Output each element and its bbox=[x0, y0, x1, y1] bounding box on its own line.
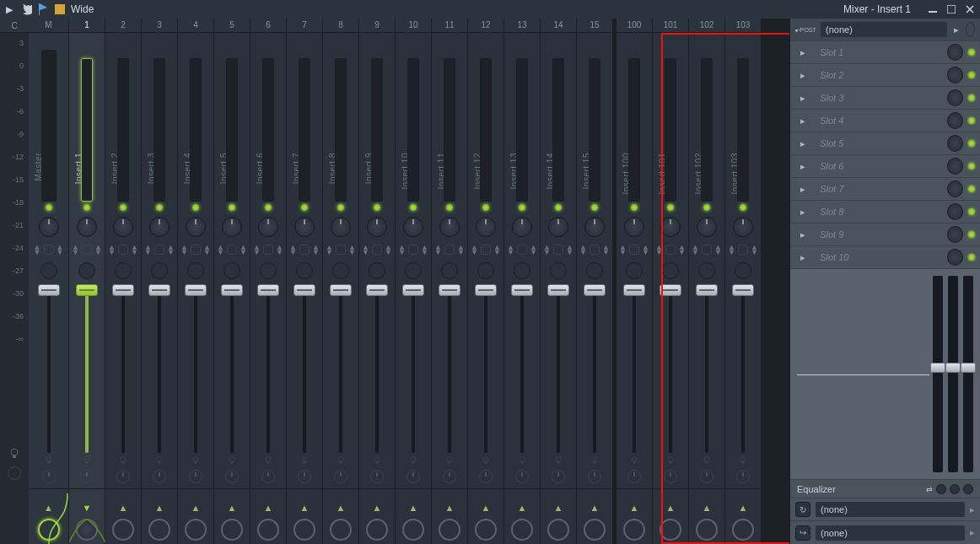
output-b-field[interactable] bbox=[816, 525, 965, 541]
slot-mix-knob[interactable] bbox=[947, 180, 963, 197]
mute-led[interactable] bbox=[653, 202, 688, 213]
clock-icon[interactable] bbox=[407, 470, 420, 483]
slot-picker-icon[interactable]: ▸ bbox=[795, 159, 810, 174]
volume-fader[interactable] bbox=[250, 281, 286, 453]
master-track[interactable]: MMaster▲▼▲▼▲ bbox=[29, 19, 69, 544]
mute-led[interactable] bbox=[359, 202, 395, 213]
clock-icon[interactable] bbox=[627, 470, 641, 483]
stereo-sep[interactable]: ▲▼▲▼ bbox=[359, 240, 395, 259]
track-number[interactable]: 10 bbox=[396, 19, 431, 33]
fx-enable[interactable] bbox=[69, 260, 105, 281]
stereo-sep[interactable]: ▲▼▲▼ bbox=[214, 240, 250, 259]
slot-mix-knob[interactable] bbox=[947, 203, 963, 220]
mute-led[interactable] bbox=[689, 202, 724, 213]
insert-track[interactable]: 9Insert 9▲▼▲▼▲ bbox=[359, 19, 396, 544]
fx-slot-field[interactable] bbox=[815, 181, 942, 197]
fx-slot-field[interactable] bbox=[815, 136, 942, 151]
bulb-icon[interactable] bbox=[554, 456, 563, 465]
mute-led[interactable] bbox=[142, 202, 177, 213]
volume-fader[interactable] bbox=[396, 281, 431, 453]
clock-icon[interactable] bbox=[664, 470, 677, 483]
mute-led[interactable] bbox=[577, 202, 612, 213]
eq-band-low[interactable] bbox=[933, 276, 943, 472]
send-knob[interactable] bbox=[112, 519, 134, 541]
clock-icon[interactable] bbox=[80, 470, 94, 483]
pan-knob[interactable] bbox=[359, 213, 395, 240]
send-caret-icon[interactable]: ▲ bbox=[554, 503, 563, 513]
insert-track[interactable]: 8Insert 8▲▼▲▼▲ bbox=[323, 19, 359, 544]
mute-led[interactable] bbox=[396, 202, 431, 213]
pan-knob[interactable] bbox=[689, 213, 724, 240]
fx-enable[interactable] bbox=[178, 260, 213, 281]
mute-led[interactable] bbox=[323, 202, 358, 213]
fx-slot-field[interactable] bbox=[815, 227, 942, 242]
eq-knob-low[interactable] bbox=[936, 484, 946, 494]
volume-fader[interactable] bbox=[541, 281, 576, 453]
clock-icon[interactable] bbox=[116, 470, 130, 483]
bulb-icon[interactable] bbox=[482, 456, 490, 465]
insert-track[interactable]: 102Insert 102▲▼▲▼▲ bbox=[689, 19, 725, 544]
clock-icon[interactable] bbox=[298, 470, 311, 483]
slot-mix-knob[interactable] bbox=[947, 112, 963, 129]
clock-icon[interactable] bbox=[225, 470, 239, 483]
clock-icon[interactable] bbox=[189, 470, 202, 483]
track-number[interactable]: 6 bbox=[250, 19, 286, 33]
clock-icon[interactable] bbox=[370, 470, 384, 483]
stereo-sep[interactable]: ▲▼▲▼ bbox=[504, 240, 540, 259]
fx-enable[interactable] bbox=[287, 260, 322, 281]
stereo-sep[interactable]: ▲▼▲▼ bbox=[69, 240, 105, 259]
volume-fader[interactable] bbox=[689, 281, 724, 453]
send-caret-icon[interactable]: ▲ bbox=[228, 503, 237, 513]
stereo-sep[interactable]: ▲▼▲▼ bbox=[689, 240, 724, 259]
output-a-icon[interactable]: ↻ bbox=[795, 502, 810, 517]
slot-picker-icon[interactable]: ▸ bbox=[795, 67, 810, 83]
track-number[interactable]: 2 bbox=[105, 19, 141, 33]
stereo-sep[interactable]: ▲▼▲▼ bbox=[577, 240, 612, 259]
track-number[interactable]: 7 bbox=[287, 19, 322, 33]
send-knob[interactable] bbox=[475, 519, 497, 541]
bulb-icon[interactable] bbox=[9, 448, 19, 460]
track-number[interactable]: 103 bbox=[725, 19, 761, 33]
maximize-button[interactable] bbox=[945, 3, 958, 16]
volume-fader[interactable] bbox=[504, 281, 540, 453]
clock-icon[interactable] bbox=[42, 470, 56, 483]
mute-led[interactable] bbox=[69, 202, 105, 213]
send-knob[interactable] bbox=[402, 519, 424, 541]
slot-enable-led[interactable] bbox=[968, 254, 975, 261]
pan-knob[interactable] bbox=[725, 213, 761, 240]
bulb-icon[interactable] bbox=[703, 456, 711, 465]
mute-led[interactable] bbox=[432, 202, 467, 213]
slot-picker-icon[interactable]: ▸ bbox=[795, 113, 810, 128]
play-icon[interactable]: ▶ bbox=[3, 3, 15, 15]
send-knob[interactable] bbox=[257, 519, 279, 541]
mute-led[interactable] bbox=[178, 202, 213, 213]
mute-led[interactable] bbox=[29, 202, 68, 213]
bulb-icon[interactable] bbox=[119, 456, 127, 465]
fx-enable[interactable] bbox=[577, 260, 612, 281]
mute-led[interactable] bbox=[214, 202, 250, 213]
bulb-icon[interactable] bbox=[409, 456, 417, 465]
eq-reset-icon[interactable]: ⇄ bbox=[926, 485, 933, 493]
track-number[interactable]: 11 bbox=[432, 19, 467, 33]
pan-knob[interactable] bbox=[617, 213, 652, 240]
clock-icon[interactable] bbox=[443, 470, 456, 483]
close-button[interactable] bbox=[963, 3, 977, 16]
stereo-sep[interactable]: ▲▼▲▼ bbox=[287, 240, 322, 259]
stereo-sep[interactable]: ▲▼▲▼ bbox=[396, 240, 431, 259]
volume-fader[interactable] bbox=[653, 281, 688, 453]
send-caret-icon[interactable]: ▲ bbox=[373, 503, 382, 513]
insert-track[interactable]: 2Insert 2▲▼▲▼▲ bbox=[105, 19, 142, 544]
bulb-icon[interactable] bbox=[630, 456, 638, 465]
bulb-icon[interactable] bbox=[300, 456, 309, 465]
send-knob[interactable] bbox=[623, 519, 645, 541]
send-caret-icon[interactable]: ▲ bbox=[666, 503, 676, 513]
pan-knob[interactable] bbox=[432, 213, 467, 240]
fx-enable[interactable] bbox=[214, 260, 250, 281]
minimize-button[interactable] bbox=[926, 3, 940, 16]
insert-track[interactable]: 101Insert 101▲▼▲▼▲ bbox=[653, 19, 689, 544]
pan-knob[interactable] bbox=[178, 213, 213, 240]
insert-track[interactable]: 11Insert 11▲▼▲▼▲ bbox=[432, 19, 468, 544]
fx-enable[interactable] bbox=[105, 260, 141, 281]
stereo-sep[interactable]: ▲▼▲▼ bbox=[250, 240, 286, 259]
pan-knob[interactable] bbox=[653, 213, 688, 240]
